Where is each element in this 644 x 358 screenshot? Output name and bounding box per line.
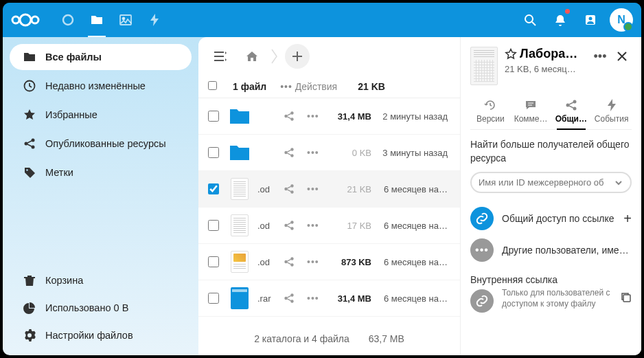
home-button[interactable]: [240, 44, 264, 69]
tab-sharing[interactable]: Общи…: [551, 96, 592, 129]
file-row[interactable]: .rar ••• 31,4 MB 6 месяцев на…: [198, 280, 460, 317]
share-search-box[interactable]: [470, 172, 632, 193]
svg-point-32: [284, 297, 287, 300]
file-row[interactable]: .od ••• 873 KB 6 месяцев на…: [198, 244, 460, 280]
row-more-button[interactable]: •••: [307, 256, 323, 267]
tab-comments[interactable]: Комме…: [511, 96, 551, 129]
copy-link-button[interactable]: [621, 292, 632, 303]
avatar[interactable]: N: [610, 8, 633, 32]
file-list-footer: 2 каталога и 4 файла 63,7 MB: [198, 322, 460, 355]
row-checkbox[interactable]: [208, 293, 219, 304]
file-date: 6 месяцев на…: [378, 257, 450, 267]
sidebar-item-trash[interactable]: Корзина: [10, 267, 192, 293]
folder-icon: [23, 51, 36, 63]
sidebar-item-shared[interactable]: Опубликованные ресурсы: [10, 131, 192, 157]
file-extension: .od: [257, 221, 277, 231]
logo-icon[interactable]: [11, 13, 40, 27]
photos-app-icon[interactable]: [114, 8, 137, 32]
close-button[interactable]: [612, 47, 632, 66]
details-title: Лаборат…: [520, 47, 584, 61]
share-button[interactable]: [284, 256, 300, 267]
trash-icon: [23, 274, 36, 287]
toggle-view-button[interactable]: [208, 44, 233, 69]
favorite-button[interactable]: [505, 48, 517, 60]
file-date: 6 месяцев на…: [378, 184, 450, 194]
file-row[interactable]: .od ••• 21 KB 6 месяцев на…: [198, 171, 460, 208]
svg-point-28: [290, 263, 293, 266]
sidebar-item-favorites[interactable]: Избранные: [10, 102, 192, 128]
file-extension: .od: [257, 184, 277, 194]
file-size: 31,4 MB: [330, 111, 371, 122]
file-row[interactable]: .od ••• 17 KB 6 месяцев на…: [198, 208, 460, 244]
share-internal-item[interactable]: Внутренняя ссылка Только для пользовател…: [470, 270, 632, 317]
activity-app-icon[interactable]: [143, 8, 166, 32]
tab-versions[interactable]: Версии: [470, 96, 511, 129]
sidebar-item-settings[interactable]: Настройки файлов: [10, 322, 192, 348]
row-more-button[interactable]: •••: [307, 293, 323, 304]
bolt-icon: [607, 99, 617, 111]
share-others-item[interactable]: ••• Другие пользователи, имеющие до: [470, 234, 632, 266]
file-row[interactable]: ••• 31,4 MB 2 минуты назад: [198, 98, 460, 135]
file-size: 31,4 MB: [330, 293, 371, 304]
share-link-label: Общий доступ по ссылке: [502, 213, 615, 224]
svg-point-23: [290, 221, 293, 223]
chevron-down-icon[interactable]: [614, 178, 623, 188]
file-list: ••• 31,4 MB 2 минуты назад ••• 0 KB 3 ми…: [198, 98, 460, 322]
svg-point-14: [290, 111, 293, 114]
svg-point-34: [573, 100, 576, 104]
svg-point-27: [284, 260, 287, 263]
sidebar-item-quota[interactable]: Использовано 0 B: [10, 295, 192, 321]
restore-icon: [484, 99, 496, 111]
star-icon: [23, 109, 36, 121]
sidebar-item-label: Избранные: [45, 109, 97, 120]
select-all-checkbox[interactable]: [208, 81, 217, 90]
sidebar-item-tags[interactable]: Метки: [10, 159, 192, 186]
sidebar-item-all-files[interactable]: Все файлы: [10, 44, 192, 70]
row-more-button[interactable]: •••: [307, 147, 323, 158]
row-checkbox[interactable]: [208, 220, 219, 231]
file-size: 873 KB: [330, 257, 371, 267]
link-icon: [470, 289, 494, 313]
row-checkbox[interactable]: [208, 256, 219, 267]
row-checkbox[interactable]: [208, 111, 219, 122]
svg-point-13: [26, 169, 27, 170]
share-button[interactable]: [284, 220, 300, 231]
row-more-button[interactable]: •••: [307, 111, 323, 122]
contacts-icon[interactable]: [579, 9, 601, 31]
file-thumbnail: [229, 105, 251, 127]
sidebar-item-recent[interactable]: Недавно изменённые: [10, 73, 192, 99]
share-button[interactable]: [284, 183, 300, 194]
files-app-icon[interactable]: [85, 8, 108, 32]
share-link-item[interactable]: Общий доступ по ссылке +: [470, 203, 632, 234]
row-checkbox[interactable]: [208, 183, 219, 194]
actions-menu[interactable]: ••• Действия: [280, 81, 337, 92]
share-button[interactable]: [284, 147, 300, 158]
sidebar-item-label: Опубликованные ресурсы: [45, 138, 166, 149]
details-more-button[interactable]: •••: [590, 47, 610, 66]
row-more-button[interactable]: •••: [307, 183, 323, 194]
sidebar-item-label: Все файлы: [45, 52, 102, 63]
notifications-icon[interactable]: [549, 9, 571, 31]
gear-icon: [23, 329, 36, 342]
dashboard-app-icon[interactable]: [56, 8, 80, 32]
tab-activity[interactable]: События: [591, 96, 632, 129]
svg-point-35: [566, 104, 569, 107]
new-button[interactable]: [285, 44, 310, 69]
share-button[interactable]: [284, 111, 300, 122]
sidebar-item-label: Настройки файлов: [45, 330, 133, 341]
share-icon: [23, 137, 36, 150]
sharing-description: Найти больше получателей общего ресурса: [470, 138, 632, 165]
add-share-link-button[interactable]: +: [623, 211, 632, 227]
file-row[interactable]: ••• 0 KB 3 минуты назад: [198, 135, 460, 171]
search-icon[interactable]: [519, 9, 541, 31]
details-sidebar: Лаборат… 21 KB, 6 месяц… ••• Версии: [460, 37, 641, 355]
svg-point-15: [284, 115, 287, 118]
row-checkbox[interactable]: [208, 147, 219, 158]
sidebar: Все файлы Недавно изменённые Избранные О…: [3, 37, 198, 355]
share-button[interactable]: [284, 293, 300, 304]
row-more-button[interactable]: •••: [307, 220, 323, 231]
share-search-input[interactable]: [479, 177, 614, 188]
svg-point-6: [525, 15, 533, 23]
file-size: 21 KB: [330, 184, 371, 194]
svg-point-17: [290, 148, 293, 150]
